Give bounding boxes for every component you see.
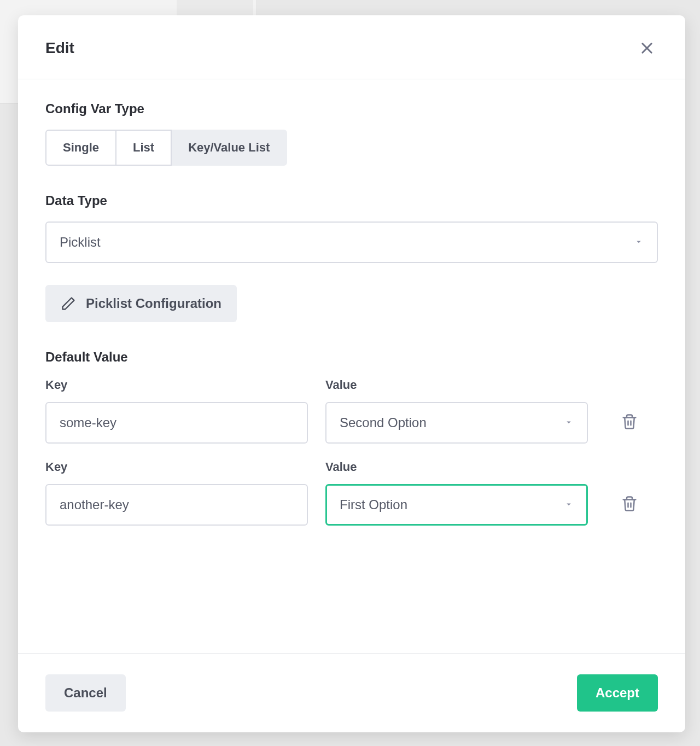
trash-icon [621, 496, 638, 512]
modal-title: Edit [45, 39, 74, 57]
key-label: Key [45, 378, 308, 392]
key-input[interactable] [45, 402, 308, 444]
key-label: Key [45, 460, 308, 474]
value-select[interactable]: First Option [325, 484, 588, 526]
close-button[interactable] [636, 37, 658, 59]
data-type-select[interactable]: Picklist [45, 222, 658, 263]
chevron-down-icon [634, 235, 644, 250]
background-panel [177, 0, 253, 15]
data-type-value: Picklist [60, 235, 101, 250]
value-label: Value [325, 378, 588, 392]
edit-modal: Edit Config Var Type Single List Key/Val… [18, 15, 685, 732]
trash-icon [621, 413, 638, 430]
cancel-button[interactable]: Cancel [45, 674, 126, 712]
kv-key-col: Key [45, 378, 308, 444]
segment-single[interactable]: Single [45, 130, 116, 166]
kv-row: Key Value Second Option [45, 378, 658, 444]
kv-key-col: Key [45, 460, 308, 526]
value-label: Value [325, 460, 588, 474]
close-icon [639, 40, 655, 56]
value-select-text: Second Option [340, 415, 427, 430]
value-select-text: First Option [340, 497, 407, 512]
modal-header: Edit [18, 15, 685, 79]
accept-button[interactable]: Accept [577, 674, 658, 712]
default-value-label: Default Value [45, 349, 658, 365]
kv-value-col: Value First Option [325, 460, 588, 526]
key-input[interactable] [45, 484, 308, 526]
pencil-icon [61, 296, 76, 311]
kv-value-col: Value Second Option [325, 378, 588, 444]
segment-key-value-list[interactable]: Key/Value List [172, 130, 287, 166]
value-select[interactable]: Second Option [325, 402, 588, 444]
config-var-type-segmented: Single List Key/Value List [45, 130, 287, 166]
data-type-select-wrapper: Picklist [45, 222, 658, 263]
delete-row-button[interactable] [616, 400, 643, 444]
picklist-configuration-button[interactable]: Picklist Configuration [45, 285, 237, 322]
kv-row: Key Value First Option [45, 460, 658, 526]
chevron-down-icon [564, 415, 574, 430]
segment-list[interactable]: List [116, 130, 172, 166]
modal-footer: Cancel Accept [18, 653, 685, 732]
picklist-config-label: Picklist Configuration [86, 296, 221, 311]
chevron-down-icon [564, 497, 574, 512]
config-var-type-label: Config Var Type [45, 101, 658, 116]
delete-row-button[interactable] [616, 482, 643, 526]
modal-body: Config Var Type Single List Key/Value Li… [18, 79, 685, 653]
data-type-label: Data Type [45, 193, 658, 208]
